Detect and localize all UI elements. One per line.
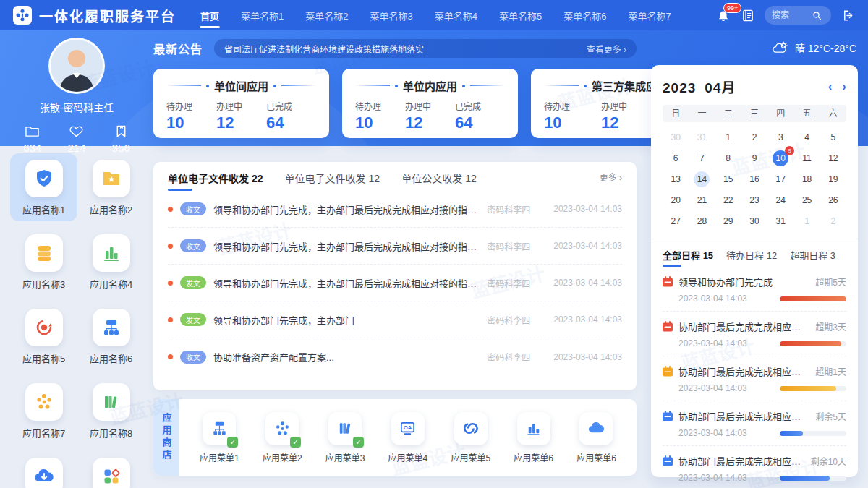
store-app-6[interactable]: 应用菜单6 [514,412,553,463]
logout-icon[interactable] [841,9,855,22]
calendar-day[interactable]: 21 [689,189,715,210]
more-link[interactable]: 更多 › [600,171,622,183]
store-app-label: 应用菜单4 [388,451,428,463]
schedule-time: 2023-03-04 14:03 [678,428,780,438]
store-app-7[interactable]: 应用菜单6 [576,412,616,463]
books-icon [101,391,122,413]
calendar-day[interactable]: 12 [820,147,846,168]
books-icon [336,419,354,437]
sidebar-app-7[interactable]: 应用名称7 [10,377,77,445]
doc-row[interactable]: 发文 领导和协办部门先完成，主办部门最后完成完成相应对接的指示任务办件，请示文 … [168,265,622,301]
decor-dot [395,85,398,87]
stat-card-intra-unit[interactable]: 单位内应用 待办理10 办理中12 已完成64 [342,69,518,138]
schedule-item[interactable]: 协助部门最后完成完成相应对接... 剩余10天 2023-03-04 14:03 [663,446,846,488]
calendar-day[interactable]: 31 [767,210,793,231]
store-app-5[interactable]: 应用菜单5 [451,412,490,463]
sidebar-app-6[interactable]: 应用名称6 [77,302,145,370]
calendar-day[interactable]: 27 [663,210,689,231]
nav-item-menu5[interactable]: 菜单名称5 [499,0,542,30]
contacts-book-icon[interactable] [741,9,754,22]
sidebar-app-10[interactable]: 应用名称10 [77,451,145,488]
calendar-day[interactable]: 24 [767,189,793,210]
search-input[interactable] [772,10,812,20]
notification-bell-icon[interactable]: 99+ [716,8,731,22]
nav-item-menu2[interactable]: 菜单名称2 [305,0,348,30]
calendar-day[interactable]: 16 [741,168,767,189]
calendar-day[interactable]: 29 [715,210,741,231]
calendar-day[interactable]: 1 [715,127,741,147]
nav-item-menu3[interactable]: 菜单名称3 [370,0,413,30]
calendar-day[interactable]: 13 [663,168,689,189]
nav-item-menu7[interactable]: 菜单名称7 [628,0,671,30]
doc-row[interactable]: 收文 协助准备资产资产配置方案... 密码科李四 2023-03-04 14:0… [168,338,622,375]
calendar-day[interactable]: 18 [793,168,820,189]
calendar-day[interactable]: 4 [793,127,820,147]
sidebar-app-1[interactable]: 应用名称1 [10,153,77,221]
calendar-day[interactable]: 1 [793,210,820,231]
calendar-day[interactable]: 22 [715,189,741,210]
nav-item-menu1[interactable]: 菜单名称1 [241,0,284,30]
calendar-day[interactable]: 23 [741,189,767,210]
calendar-prev-icon[interactable]: ‹ [828,80,833,93]
calendar-day[interactable]: 17 [767,168,793,189]
sidebar-app-9[interactable]: 应用名称9 [10,451,77,488]
calendar-day-today[interactable]: 14 [689,168,715,189]
doc-row[interactable]: 发文 领导和协办部门先完成，主办部门 密码科李四 2023-03-04 14:0… [168,301,622,338]
doc-tag-send: 发文 [180,276,206,289]
calendar-day[interactable]: 8 [715,147,741,168]
calendar-next-icon[interactable]: › [842,80,846,93]
user-name: 张散-密码科主任 [10,100,143,114]
calendar-day[interactable]: 5 [820,127,846,147]
tab-unit-efile-1[interactable]: 单位电子文件收发22 [168,171,263,191]
sidebar-app-4[interactable]: 应用名称4 [77,228,145,296]
store-app-1[interactable]: ✓ 应用菜单1 [200,412,239,463]
tab-all-schedule[interactable]: 全部日程 15 [663,248,713,267]
stat-card-inter-unit[interactable]: 单位间应用 待办理10 办理中12 已完成64 [153,69,329,138]
sidebar-app-3[interactable]: 应用名称3 [10,228,77,296]
schedule-item[interactable]: 领导和协办部门先完成 超期5天 2023-03-04 14:03 [663,267,846,312]
sidebar-app-8[interactable]: 应用名称8 [77,377,145,445]
store-app-4[interactable]: OA 应用菜单4 [388,412,428,463]
calendar-day[interactable]: 9 [741,147,767,168]
calendar-day[interactable]: 30 [741,210,767,231]
tab-unit-official-doc[interactable]: 单位公文收发12 [401,171,477,185]
calendar-day[interactable]: 6 [663,147,689,168]
store-app-3[interactable]: ✓ 应用菜单3 [326,412,365,463]
schedule-item[interactable]: 协助部门最后完成完成相应对接... 超期1天 2023-03-04 14:03 [663,356,846,401]
schedule-item[interactable]: 协助部门最后完成完成相应对接... 剩余5天 2023-03-04 14:03 [663,401,846,446]
tab-unit-efile-2[interactable]: 单位电子文件收发12 [285,171,380,185]
tab-overdue-schedule[interactable]: 超期日程 3 [790,248,835,267]
calendar-day[interactable]: 30 [663,127,689,147]
view-more-link[interactable]: 查看更多 › [587,43,626,55]
calendar-day-selected[interactable]: 109 [767,147,793,168]
doc-row[interactable]: 收文 领导和协办部门先完成，主办部门最后完成完成相应对接的指示任务办件，请示文 … [168,228,622,265]
calendar-day[interactable]: 26 [820,189,846,210]
sidebar-app-2[interactable]: 应用名称2 [77,153,145,221]
stat-files[interactable]: 634 [10,124,54,154]
sidebar-app-5[interactable]: 应用名称5 [10,302,77,370]
calendar-day[interactable]: 28 [689,210,715,231]
calendar-day[interactable]: 2 [820,210,846,231]
announcement-ticker[interactable]: 省司法厅促进法制化营商环境建设政策措施落地落实 查看更多 › [214,39,637,58]
calendar-day[interactable]: 11 [793,147,820,168]
doc-row[interactable]: 收文 领导和协办部门先完成，主办部门最后完成完成相应对接的指示任务办件... 密… [168,191,622,228]
tab-todo-schedule[interactable]: 待办日程 12 [726,248,777,267]
calendar-day[interactable]: 15 [715,168,741,189]
calendar-day[interactable]: 25 [793,189,820,210]
avatar[interactable] [48,38,105,94]
nav-item-menu6[interactable]: 菜单名称6 [563,0,606,30]
stat-bookmarks[interactable]: 356 [99,124,143,154]
calendar-day[interactable]: 31 [689,127,715,147]
nav-item-home[interactable]: 首页 [200,0,219,30]
store-app-2[interactable]: ✓ 应用菜单2 [263,412,302,463]
calendar-day[interactable]: 7 [689,147,715,168]
calendar-day[interactable]: 20 [663,189,689,210]
calendar-day[interactable]: 19 [820,168,846,189]
search-icon[interactable] [812,11,822,20]
nav-item-menu4[interactable]: 菜单名称4 [435,0,477,30]
stat-favorites[interactable]: 214 [54,124,98,154]
schedule-item[interactable]: 协助部门最后完成完成相应对接... 超期3天 2023-03-04 14:03 [663,312,846,356]
search-box[interactable] [765,6,831,25]
calendar-day[interactable]: 3 [767,127,793,147]
calendar-day[interactable]: 2 [741,127,767,147]
